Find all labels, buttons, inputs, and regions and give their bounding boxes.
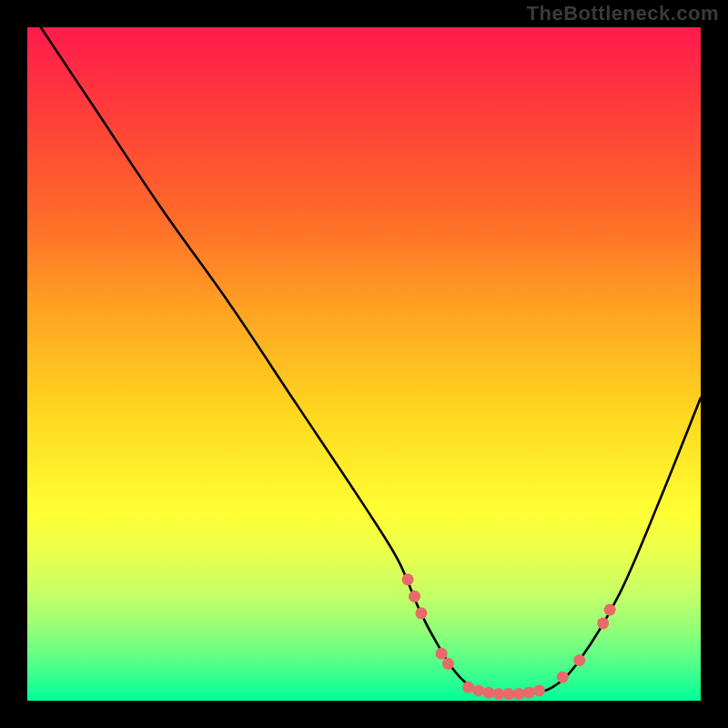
data-point — [523, 687, 535, 699]
data-point — [604, 604, 616, 616]
data-point — [533, 684, 545, 696]
data-point — [513, 688, 525, 700]
data-point — [482, 687, 494, 699]
watermark-text: TheBottleneck.com — [527, 2, 719, 25]
plot-area — [27, 27, 701, 701]
data-point — [472, 684, 484, 696]
data-point — [442, 658, 454, 670]
data-point — [493, 688, 505, 700]
data-point — [409, 591, 420, 602]
data-point — [573, 654, 585, 666]
chart-frame: TheBottleneck.com — [0, 0, 728, 728]
data-point — [462, 682, 474, 693]
data-point — [415, 607, 427, 619]
data-point — [597, 617, 609, 629]
data-point — [402, 573, 414, 585]
data-point — [436, 648, 448, 660]
data-point — [557, 672, 569, 683]
curve-svg — [27, 27, 701, 701]
data-point — [503, 688, 515, 700]
bottleneck-curve — [41, 27, 701, 695]
